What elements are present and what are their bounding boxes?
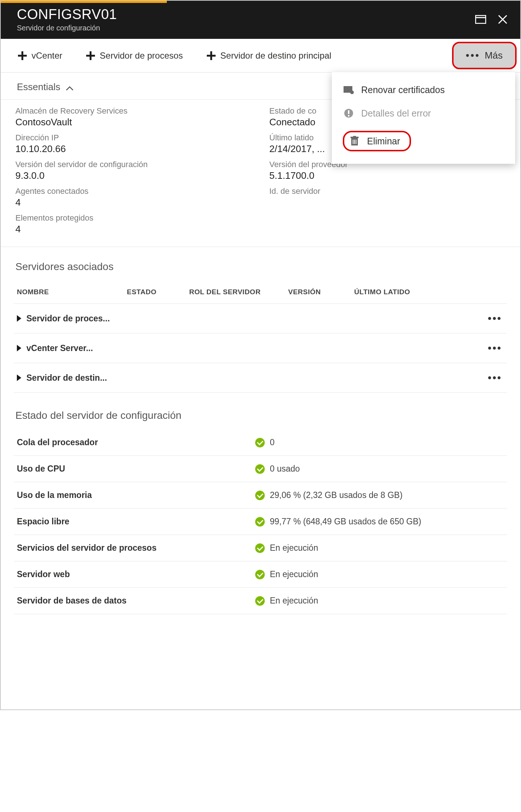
page-title: CONFIGSRV01 xyxy=(17,7,466,22)
associated-servers-header: NOMBRE ESTADO ROL DEL SERVIDOR VERSIÓN Ú… xyxy=(14,281,507,304)
config-server-status-section: Estado del servidor de configuración Col… xyxy=(1,396,520,709)
status-value: 0 usado xyxy=(255,464,504,474)
blade-header: CONFIGSRV01 Servidor de configuración xyxy=(1,3,520,39)
menu-label: Detalles del error xyxy=(361,108,431,119)
add-process-server-button[interactable]: Servidor de procesos xyxy=(82,48,186,63)
row-name: Servidor de destin... xyxy=(26,373,486,383)
ip-cell: Dirección IP 10.10.20.66 xyxy=(14,131,253,158)
status-label: Servidor de bases de datos xyxy=(17,596,255,606)
delete-highlight: Eliminar xyxy=(343,131,411,151)
associated-servers-section: Servidores asociados NOMBRE ESTADO ROL D… xyxy=(1,247,520,396)
status-label: Uso de la memoria xyxy=(17,490,255,500)
status-row: Cola del procesador 0 xyxy=(14,429,507,456)
renew-certificates-item[interactable]: Renovar certificados xyxy=(332,78,515,102)
ok-icon xyxy=(255,570,265,579)
plus-icon xyxy=(206,50,217,61)
menu-label: Eliminar xyxy=(367,136,400,147)
expand-triangle-icon xyxy=(17,374,21,381)
header-titles: CONFIGSRV01 Servidor de configuración xyxy=(17,7,466,32)
field-value: 10.10.20.66 xyxy=(15,143,252,155)
status-row: Uso de CPU 0 usado xyxy=(14,456,507,482)
field-value: ContosoVault xyxy=(15,117,252,128)
col-heartbeat: ÚLTIMO LATIDO xyxy=(354,288,504,296)
col-role: ROL DEL SERVIDOR xyxy=(189,288,288,296)
row-actions-icon[interactable]: ••• xyxy=(486,342,504,354)
field-value: 4 xyxy=(15,224,252,235)
essentials-label: Essentials xyxy=(17,81,60,93)
status-label: Servicios del servidor de procesos xyxy=(17,543,255,553)
svg-point-11 xyxy=(350,91,354,94)
status-label: Cola del procesador xyxy=(17,438,255,447)
row-actions-icon[interactable]: ••• xyxy=(486,372,504,384)
svg-rect-0 xyxy=(476,15,486,23)
associated-server-row[interactable]: Servidor de proces... ••• xyxy=(14,304,507,333)
ok-icon xyxy=(255,464,265,474)
ok-icon xyxy=(255,517,265,527)
associated-server-row[interactable]: Servidor de destin... ••• xyxy=(14,363,507,393)
expand-triangle-icon xyxy=(17,315,21,322)
page-subtitle: Servidor de configuración xyxy=(17,24,466,32)
section-title: Estado del servidor de configuración xyxy=(15,410,507,421)
vault-cell: Almacén de Recovery Services ContosoVaul… xyxy=(14,104,253,131)
col-state: ESTADO xyxy=(127,288,189,296)
row-name: vCenter Server... xyxy=(26,343,486,353)
add-master-target-button[interactable]: Servidor de destino principal xyxy=(203,48,334,63)
certificate-icon xyxy=(343,84,355,96)
row-actions-icon[interactable]: ••• xyxy=(486,313,504,324)
status-row: Servidor web En ejecución xyxy=(14,561,507,588)
agents-cell: Agentes conectados 4 xyxy=(14,184,253,211)
blade-root: CONFIGSRV01 Servidor de configuración vC… xyxy=(0,0,521,710)
status-value: En ejecución xyxy=(255,569,504,579)
status-row: Uso de la memoria 29,06 % (2,32 GB usado… xyxy=(14,482,507,509)
toolbar-label: Servidor de destino principal xyxy=(220,51,331,61)
ellipsis-icon: ••• xyxy=(466,50,480,61)
plus-icon xyxy=(17,50,28,61)
associated-server-row[interactable]: vCenter Server... ••• xyxy=(14,333,507,363)
restore-window-icon[interactable] xyxy=(473,12,488,27)
col-version: VERSIÓN xyxy=(288,288,354,296)
svg-rect-17 xyxy=(353,136,356,137)
delete-item[interactable]: Eliminar xyxy=(332,125,515,157)
ok-icon xyxy=(255,596,265,606)
status-value: 99,77 % (648,49 GB usados de 650 GB) xyxy=(255,517,504,527)
add-vcenter-button[interactable]: vCenter xyxy=(14,48,65,63)
status-value: 29,06 % (2,32 GB usados de 8 GB) xyxy=(255,490,504,500)
field-label: Versión del servidor de configuración xyxy=(15,160,252,169)
section-title: Servidores asociados xyxy=(15,261,507,273)
protected-items-cell: Elementos protegidos 4 xyxy=(14,211,253,238)
status-value: En ejecución xyxy=(255,543,504,553)
field-value: 4 xyxy=(15,197,252,208)
close-icon[interactable] xyxy=(495,12,510,27)
ok-icon xyxy=(255,491,265,500)
status-label: Espacio libre xyxy=(17,517,255,527)
server-id-cell: Id. de servidor xyxy=(268,184,507,211)
field-value: 5.1.1700.0 xyxy=(269,170,506,181)
status-row: Servidor de bases de datos En ejecución xyxy=(14,588,507,614)
field-value: 9.3.0.0 xyxy=(15,170,252,181)
more-menu: Renovar certificados Detalles del error … xyxy=(332,72,515,164)
field-label: Almacén de Recovery Services xyxy=(15,106,252,116)
trash-icon xyxy=(349,135,360,147)
field-label: Agentes conectados xyxy=(15,187,252,196)
status-label: Uso de CPU xyxy=(17,464,255,474)
more-label: Más xyxy=(485,50,503,61)
toolbar-label: Servidor de procesos xyxy=(100,51,183,61)
field-label: Id. de servidor xyxy=(269,187,506,196)
status-row: Servicios del servidor de procesos En ej… xyxy=(14,535,507,561)
ok-icon xyxy=(255,438,265,447)
expand-triangle-icon xyxy=(17,345,21,351)
command-bar: vCenter Servidor de procesos Servidor de… xyxy=(1,39,520,73)
more-button[interactable]: ••• Más xyxy=(452,42,517,69)
toolbar-label: vCenter xyxy=(32,51,62,61)
plus-icon xyxy=(85,50,96,61)
error-info-icon xyxy=(343,107,355,119)
status-value: En ejecución xyxy=(255,596,504,606)
config-version-cell: Versión del servidor de configuración 9.… xyxy=(14,158,253,184)
menu-label: Renovar certificados xyxy=(361,85,445,95)
row-name: Servidor de proces... xyxy=(26,314,486,324)
field-label: Dirección IP xyxy=(15,133,252,143)
ok-icon xyxy=(255,543,265,553)
empty-cell xyxy=(268,211,507,238)
status-label: Servidor web xyxy=(17,569,255,579)
status-value: 0 xyxy=(255,438,504,447)
